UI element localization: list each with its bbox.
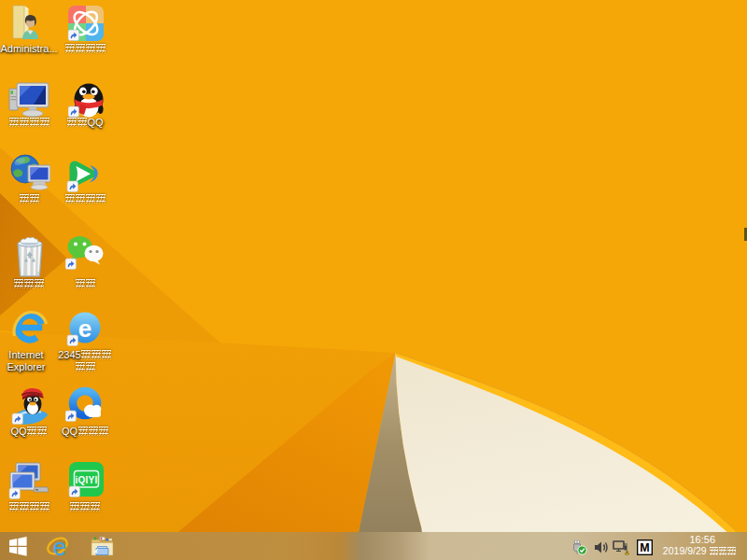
svg-text:e: e <box>78 315 92 343</box>
svg-text:e: e <box>53 535 66 558</box>
svg-text:iQIYI: iQIYI <box>76 475 98 485</box>
